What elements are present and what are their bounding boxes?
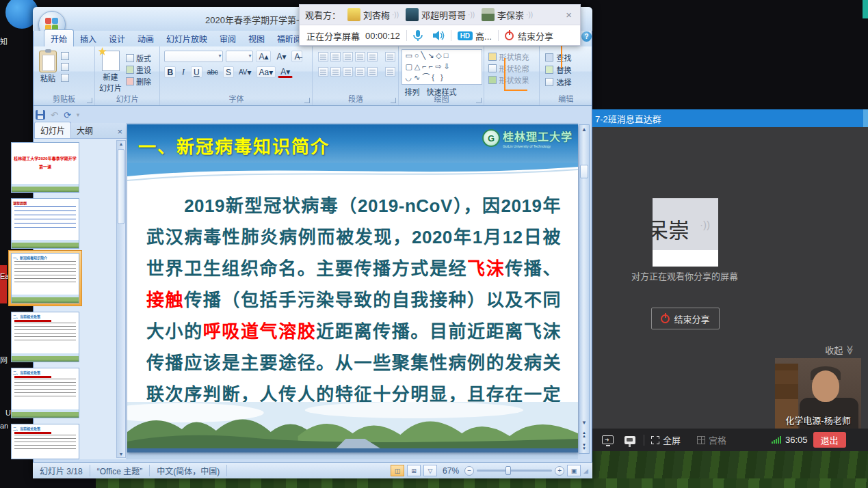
slide-thumbnail-5[interactable]: 二、当前相关政策 (11, 368, 79, 418)
tab-slideshow[interactable]: 幻灯片放映 (160, 30, 213, 46)
tab-design[interactable]: 设计 (103, 30, 131, 46)
copy-button[interactable] (61, 63, 69, 71)
fullscreen-icon[interactable] (651, 436, 659, 444)
dialog-launcher-icon[interactable] (87, 98, 92, 103)
close-pane-icon[interactable]: × (113, 126, 127, 138)
normal-view-button[interactable]: ◫ (391, 465, 404, 476)
align-left-button[interactable] (318, 67, 328, 77)
font-size-combo[interactable] (226, 51, 253, 62)
align-right-button[interactable] (343, 67, 353, 77)
tab-insert[interactable]: 插入 (74, 30, 103, 46)
new-slide-button[interactable]: 新建 幻灯片 (99, 51, 122, 93)
end-share-button[interactable]: 结束分享 (518, 29, 553, 42)
resize-grip-icon[interactable]: ◢ (583, 467, 588, 474)
thumbnails-scrollbar[interactable]: ▲ ▼ (116, 140, 126, 458)
shapes-gallery[interactable]: ▭○╲↘◇□ ▢△⌐⌐⇨⇩ ◡∿⌒{ } (402, 49, 482, 85)
line-spacing-button[interactable] (367, 52, 378, 62)
tab-view[interactable]: 视图 (242, 30, 271, 46)
font-name-combo[interactable] (164, 51, 223, 62)
next-slide-button[interactable]: ▼▼ (579, 444, 589, 450)
close-toolbar-icon[interactable]: × (563, 9, 575, 21)
strikethrough-button[interactable]: abc (205, 66, 221, 78)
layout-button[interactable]: 版式 (126, 53, 151, 64)
whiteboard-icon[interactable] (624, 436, 635, 444)
replace-button[interactable]: 替换 (545, 64, 592, 75)
underline-button[interactable]: U (191, 66, 202, 78)
change-case-button[interactable]: Aa▾ (257, 66, 276, 78)
redo-icon[interactable]: ⟳ (64, 110, 71, 120)
zoom-slider[interactable] (477, 470, 552, 472)
convert-smartart-button[interactable] (385, 67, 395, 77)
share-screen-icon[interactable]: ➜ (602, 435, 614, 444)
speaker-icon[interactable] (432, 30, 445, 41)
fit-to-window-button[interactable]: ▣ (567, 465, 581, 476)
format-painter-button[interactable] (61, 74, 69, 82)
decrease-indent-button[interactable] (343, 52, 353, 62)
chat-scrollbar[interactable] (863, 109, 868, 127)
save-icon[interactable] (36, 110, 45, 120)
desktop-icon-label[interactable]: an (0, 422, 8, 430)
slide-scrollbar[interactable]: ▲ ▼ ▲▲ ▼▼ (579, 124, 590, 454)
dialog-launcher-icon[interactable] (391, 98, 396, 103)
columns-button[interactable] (367, 67, 378, 77)
clear-format-button[interactable]: A̶ (291, 51, 302, 62)
font-color-button[interactable]: A▾ (278, 66, 293, 78)
scroll-down-icon[interactable]: ▼ (579, 420, 589, 426)
select-button[interactable]: 选择 (545, 77, 592, 87)
desktop-icon-label[interactable]: 知 (0, 36, 8, 46)
quality-label[interactable]: 高... (475, 29, 492, 42)
slideshow-button[interactable]: ▽ (423, 465, 437, 476)
slide-thumbnail-6[interactable]: 二、当前相关政策 (11, 424, 79, 459)
desktop-red-icon[interactable] (0, 265, 7, 303)
zoom-out-button[interactable]: − (464, 466, 474, 476)
microphone-icon[interactable] (413, 29, 423, 42)
bullets-button[interactable] (318, 52, 328, 62)
undo-icon[interactable]: ↶ (51, 110, 58, 120)
webcam-video[interactable]: 化学电源-杨老师 (775, 358, 861, 429)
align-center-button[interactable] (330, 67, 341, 77)
increase-indent-button[interactable] (355, 52, 365, 62)
end-share-button[interactable]: 结束分享 (651, 308, 720, 329)
cut-button[interactable] (61, 52, 69, 60)
grid-view-button[interactable]: 宫格 (709, 433, 726, 446)
slide-thumbnail-4[interactable]: 二、当前相关政策 (11, 312, 79, 362)
tab-review[interactable]: 审阅 (213, 30, 242, 46)
slide-thumbnail-3-selected[interactable]: 一、新冠病毒知识简介 (8, 250, 82, 306)
help-button[interactable]: ? (581, 31, 592, 42)
dialog-launcher-icon[interactable] (476, 98, 482, 103)
find-button[interactable]: 查找 (545, 52, 592, 63)
char-spacing-button[interactable]: AV▾ (236, 66, 254, 78)
scrollbar-thumb[interactable] (580, 165, 588, 178)
shadow-button[interactable]: S (223, 66, 234, 78)
grid-view-icon[interactable] (697, 436, 705, 444)
delete-slide-button[interactable]: 删除 (126, 76, 151, 87)
tab-home[interactable]: 开始 (44, 29, 74, 46)
zoom-slider-thumb[interactable] (505, 466, 511, 475)
bold-button[interactable]: B (164, 66, 176, 78)
exit-button[interactable]: 退出 (813, 432, 846, 448)
reset-button[interactable]: 重设 (126, 64, 151, 75)
justify-button[interactable] (355, 67, 365, 77)
scroll-up-icon[interactable]: ▲ (579, 126, 589, 133)
grow-font-button[interactable]: A▴ (256, 51, 271, 62)
tab-outline[interactable]: 大纲 (71, 122, 98, 138)
shrink-font-button[interactable]: A▾ (274, 51, 289, 62)
current-slide[interactable]: 一、新冠病毒知识简介 G 桂林理工大学 GuiLin University of… (127, 124, 578, 452)
slide-sorter-button[interactable]: ⊞ (407, 465, 421, 476)
zoom-in-button[interactable]: + (555, 466, 564, 476)
chat-group-titlebar[interactable]: 7-2班消息直达群 (592, 109, 868, 127)
desktop-icon-label[interactable]: 网 (0, 354, 8, 365)
paste-button[interactable]: 粘贴 (39, 51, 57, 83)
scroll-down-icon[interactable]: ▼ (117, 452, 125, 457)
tab-slides-thumbnails[interactable]: 幻灯片 (34, 122, 71, 138)
tab-animations[interactable]: 动画 (131, 30, 160, 46)
fullscreen-button[interactable]: 全屏 (663, 433, 681, 446)
text-direction-button[interactable] (385, 52, 395, 62)
collapse-button[interactable]: 收起 ≫ (825, 343, 856, 356)
numbering-button[interactable] (330, 52, 341, 62)
slide-editing-area[interactable]: 一、新冠病毒知识简介 G 桂林理工大学 GuiLin University of… (127, 123, 578, 459)
slide-thumbnail-1[interactable]: 桂林理工大学2020年春季学期开学 第一课 (11, 142, 79, 193)
slide-thumbnail-2[interactable]: 课程提纲 (11, 198, 79, 249)
scroll-up-icon[interactable]: ▲ (117, 141, 125, 146)
italic-button[interactable]: I (178, 66, 189, 78)
